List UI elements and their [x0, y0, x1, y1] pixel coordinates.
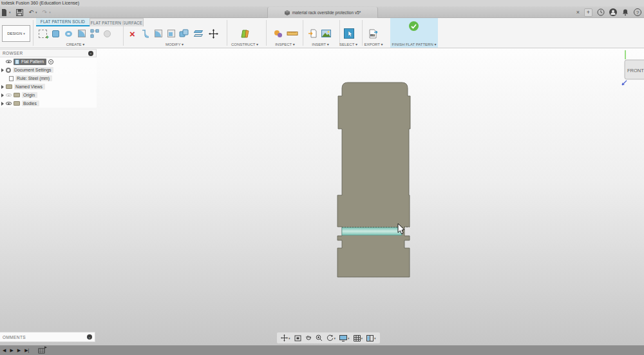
fusion360-window: todesk Fusion 360 (Education License) ▾ … — [0, 0, 644, 355]
magnifier-icon — [316, 334, 323, 341]
grid-caret-icon: ▾ — [361, 336, 363, 340]
pan-icon — [281, 334, 288, 341]
navigation-bar: ▾ ▾ ▾ ▾ ▾ — [277, 332, 380, 343]
flat-pattern-part[interactable] — [0, 0, 644, 355]
hand-icon — [305, 334, 312, 341]
timeline-bar: ◀ ▶ ▶ ▶| — [0, 345, 644, 355]
tree-item-label: Rule: Steel (mm) — [17, 76, 50, 81]
tree-item-document-settings[interactable]: Document Settings — [0, 66, 97, 74]
pan-button[interactable]: ▾ — [281, 334, 290, 341]
monitor-icon — [339, 335, 347, 341]
timeline-step-back-button[interactable]: ◀ — [3, 347, 6, 354]
visibility-eye-icon[interactable] — [6, 93, 12, 97]
timeline-step-forward-button[interactable]: ▶ — [17, 347, 21, 354]
tree-item-label: Bodies — [23, 101, 37, 106]
comments-header-label: OMMENTS — [3, 335, 26, 340]
orbit-caret-icon: ▾ — [334, 336, 336, 340]
viewports-caret-icon: ▾ — [374, 336, 376, 340]
view-cube-label: FRONT — [627, 68, 644, 73]
viewports-button[interactable]: ▾ — [366, 335, 376, 341]
grid-icon — [354, 335, 361, 341]
expand-caret-icon[interactable] — [1, 93, 4, 97]
expand-caret-icon[interactable] — [1, 68, 4, 72]
visibility-eye-icon[interactable] — [6, 60, 12, 63]
z-axis-arrow — [622, 81, 627, 85]
flat-pattern-icon — [15, 59, 19, 64]
rule-sheet-icon — [9, 76, 14, 81]
fit-icon — [294, 335, 301, 341]
gear-icon — [6, 68, 11, 73]
tree-item-named-views[interactable]: Named Views — [0, 82, 97, 91]
activate-radio-icon[interactable] — [48, 59, 53, 64]
tree-item-bodies[interactable]: Bodies — [0, 99, 97, 108]
expand-caret-icon[interactable] — [1, 85, 4, 89]
part-outline — [337, 82, 410, 277]
timeline-flat-pattern-marker[interactable] — [38, 345, 47, 355]
comments-collapse-icon[interactable]: - — [87, 334, 92, 340]
tree-item-flat-pattern[interactable]: Flat Pattern — [0, 57, 97, 66]
tree-item-origin[interactable]: Origin — [0, 91, 97, 99]
orbit-hand-button[interactable] — [305, 334, 312, 341]
selected-bend-face — [342, 227, 402, 235]
comments-panel[interactable]: OMMENTS - — [0, 332, 95, 342]
browser-collapse-icon[interactable]: - — [88, 51, 93, 56]
display-caret-icon: ▾ — [348, 336, 350, 340]
browser-header[interactable]: ROWSER - — [0, 49, 97, 57]
grid-snaps-button[interactable]: ▾ — [354, 335, 363, 341]
orbit-button[interactable]: ▾ — [327, 334, 336, 341]
tree-item-rule-steel[interactable]: Rule: Steel (mm) — [0, 74, 97, 82]
tree-item-label: Document Settings — [14, 68, 51, 72]
visibility-eye-icon[interactable] — [6, 102, 12, 105]
browser-panel: ROWSER - Flat Pattern Document Settings … — [0, 49, 97, 108]
display-settings-button[interactable]: ▾ — [339, 335, 350, 341]
fit-button[interactable] — [294, 335, 301, 341]
timeline-go-to-end-button[interactable]: ▶| — [24, 347, 29, 354]
folder-icon — [14, 93, 20, 97]
tree-item-label: Named Views — [15, 84, 43, 89]
folder-icon — [14, 101, 20, 106]
tree-item-label: Origin — [23, 93, 35, 97]
pan-caret-icon: ▾ — [289, 336, 290, 340]
tree-item-label: Flat Pattern — [21, 59, 44, 64]
expand-caret-icon[interactable] — [1, 102, 4, 106]
timeline-play-button[interactable]: ▶ — [10, 347, 13, 354]
zoom-button[interactable] — [316, 334, 323, 341]
folder-icon — [6, 84, 12, 89]
tree-item-selected[interactable]: Flat Pattern — [14, 59, 46, 65]
viewports-icon — [366, 335, 374, 341]
view-cube[interactable]: FRONT — [621, 49, 644, 88]
orbit-icon — [327, 334, 334, 341]
browser-header-label: ROWSER — [3, 51, 23, 55]
